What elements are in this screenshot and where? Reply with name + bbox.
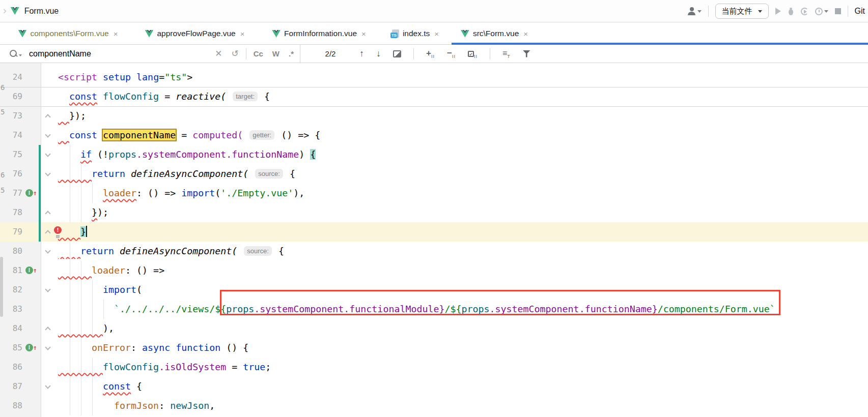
tab-close-icon[interactable]: × [523, 29, 528, 38]
code-text[interactable]: loader: () => import('./Empty.vue'), [58, 184, 868, 203]
fold-down-icon[interactable] [45, 287, 50, 292]
previous-occurrence-button[interactable]: ↑ [359, 48, 364, 59]
code-text[interactable]: return defineAsyncComponent( source: { [58, 164, 868, 184]
run-with-coverage-button[interactable] [801, 8, 808, 15]
code-text[interactable]: if (!props.systemComponent.functionName)… [58, 145, 868, 164]
next-occurrence-button[interactable]: ↓ [376, 48, 381, 59]
run-button[interactable] [775, 8, 781, 15]
code-segment [58, 246, 80, 256]
regex-toggle[interactable]: .* [289, 49, 294, 58]
code-editor[interactable]: 24<script setup lang="ts">69 const flowC… [0, 63, 868, 417]
fold-down-icon[interactable] [45, 132, 50, 138]
tab-0[interactable]: components\Form.vue× [5, 22, 131, 45]
plus-icon: + [426, 48, 431, 58]
fold-down-icon[interactable] [45, 345, 50, 350]
search-history-icon[interactable]: ↺ [231, 48, 238, 59]
code-segment [58, 110, 69, 121]
marker-arrow-icon: ↑ [33, 344, 37, 351]
fold-up-icon[interactable] [45, 325, 50, 331]
code-segment: { [310, 149, 316, 160]
filter-funnel-icon[interactable] [523, 50, 530, 57]
fold-up-icon[interactable] [45, 113, 50, 118]
code-segment [237, 246, 243, 256]
implementation-marker-icon[interactable]: I↑ [25, 344, 37, 351]
tab-label: FormInformation.vue [284, 29, 357, 38]
fold-up-icon[interactable] [45, 229, 50, 234]
code-text[interactable]: ), [58, 319, 868, 338]
code-segment: target: [233, 92, 258, 101]
vue-logo-icon [11, 7, 19, 15]
code-text[interactable]: onError: async function () { [58, 338, 868, 358]
gutter-icons [41, 203, 58, 222]
run-configuration-label: 当前文件 [722, 7, 752, 16]
code-segment [58, 226, 80, 237]
code-text[interactable]: }); [58, 203, 868, 222]
user-avatar-button[interactable] [687, 7, 702, 15]
git-menu[interactable]: Git [855, 7, 865, 16]
vue-file-icon [272, 30, 281, 38]
gutter-icons [41, 68, 58, 87]
tab-close-icon[interactable]: × [240, 29, 245, 38]
folded-lines-separator [0, 106, 868, 107]
select-all-occurrences-button[interactable]: ✓II [468, 49, 478, 59]
code-text[interactable]: loader: () => [58, 261, 868, 280]
implementation-marker-icon[interactable]: I↑ [25, 189, 37, 197]
error-bulb-icon[interactable]: ! [54, 226, 62, 234]
fold-down-icon[interactable] [45, 383, 50, 389]
code-segment [97, 72, 103, 82]
profiler-button[interactable] [815, 8, 828, 15]
tab-close-icon[interactable]: × [434, 29, 439, 38]
code-text[interactable]: const flowConfig = reactive( target: { [58, 87, 868, 106]
code-text[interactable]: return defineAsyncComponent( source: { [58, 242, 868, 261]
whole-words-toggle[interactable]: W [272, 49, 279, 58]
tab-close-icon[interactable]: × [361, 29, 366, 38]
search-input[interactable]: componentName [29, 49, 91, 58]
tab-active[interactable]: src\Form.vue× [452, 22, 537, 45]
code-segment: newJson [170, 400, 209, 411]
gutter-icons [41, 87, 58, 106]
code-segment [170, 342, 176, 353]
code-segment: computed( [192, 130, 243, 140]
code-segment: ); [97, 207, 108, 218]
match-case-toggle[interactable]: Cc [254, 49, 263, 58]
remove-occurrence-button[interactable]: −II [447, 48, 456, 59]
code-text[interactable]: const componentName = computed( getter: … [58, 126, 868, 145]
code-segment: () => { [275, 130, 320, 140]
tab-1[interactable]: approveFlowPage.vue× [135, 22, 255, 45]
code-text[interactable]: <script setup lang="ts"> [58, 68, 868, 87]
code-segment: function [176, 342, 220, 353]
fold-down-icon[interactable] [45, 152, 50, 157]
vcs-change-bar[interactable] [39, 145, 41, 242]
line-number: 81I↑ [0, 261, 41, 280]
tab-2[interactable]: FormInformation.vue× [259, 22, 379, 45]
lines-icon: ≡ [502, 49, 507, 57]
code-segment: () { [220, 342, 248, 353]
edge-clipped-scrollbar [0, 257, 3, 317]
run-configuration-dropdown[interactable]: 当前文件 [715, 4, 769, 19]
add-occurrence-button[interactable]: +II [426, 48, 435, 59]
filter-search-results-button[interactable]: ≡T [502, 49, 511, 59]
code-text[interactable]: flowConfig.isOldSystem = true; [58, 358, 868, 377]
tab-close-icon[interactable]: × [114, 29, 118, 38]
code-text[interactable]: const { [58, 377, 868, 396]
fold-up-icon[interactable] [45, 210, 50, 215]
gutter-icons [41, 145, 58, 164]
stop-button[interactable] [835, 8, 841, 14]
open-in-find-window-button[interactable] [393, 50, 401, 57]
debug-button[interactable] [788, 8, 794, 15]
vue-file-icon [18, 30, 27, 38]
code-text[interactable]: formJson: newJson, [58, 396, 868, 415]
search-mode-button[interactable] [9, 49, 22, 58]
search-match-highlight: componentName [103, 130, 176, 140]
fold-down-icon[interactable] [45, 171, 50, 176]
fold-down-icon[interactable] [45, 248, 50, 254]
code-segment: const [69, 91, 97, 102]
code-text[interactable]: ! } [58, 222, 868, 242]
code-segment: `./../../../views/ [114, 304, 215, 314]
implementation-marker-icon[interactable]: I↑ [25, 266, 37, 274]
search-field-area[interactable]: componentName ✕ ↺ Cc W .* [0, 45, 300, 63]
tab-3[interactable]: TSindex.ts× [383, 22, 447, 45]
code-segment: './Empty.vue' [220, 188, 293, 198]
clear-search-icon[interactable]: ✕ [215, 48, 222, 59]
code-text[interactable]: }); [58, 106, 868, 126]
